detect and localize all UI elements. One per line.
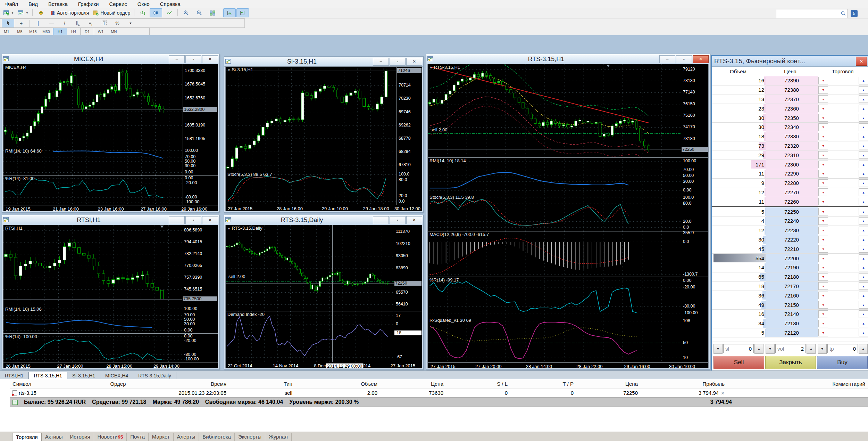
minimize-icon[interactable]: – [169, 55, 185, 63]
chart-panel-si-0[interactable]: ▼ Si-3.15,H17071470230697466926268778682… [226, 67, 422, 171]
chart-panel-micex-2[interactable]: %R(14) -81.000.00-20.00-80.00-100.00 [3, 175, 218, 205]
price-scale[interactable]: 1700.33301676.50451652.67601605.01901581… [183, 64, 218, 148]
buy-at-72130-icon[interactable]: ▴ [859, 320, 868, 327]
sell-at-72200-icon[interactable]: ▾ [818, 254, 828, 262]
sell-at-72390-icon[interactable]: ▾ [818, 77, 828, 84]
chart-tab-Si-3.15,H1[interactable]: Si-3.15,H1 [67, 372, 100, 379]
timeframe-MN[interactable]: MN [107, 28, 120, 35]
dom-price[interactable]: 72220 [766, 235, 818, 244]
buy-at-72220-icon[interactable]: ▴ [859, 236, 868, 243]
chart-body-si[interactable]: ▼ Si-3.15,H17071470230697466926268778682… [225, 66, 422, 211]
chart-panel-rts-0[interactable]: ▼ RTS-3.15,H1sell 2.00791207813077140761… [428, 64, 708, 158]
line-chart-button[interactable] [163, 8, 175, 17]
chart-window-daily[interactable]: RTS-3.15,Daily – ▫ ✕ ▼ RTS-3.15,Dailysel… [224, 215, 424, 370]
menu-item-2[interactable]: Вставка [43, 1, 73, 7]
bars-chart-button[interactable] [136, 8, 149, 17]
chart-tab-RTSI,H1[interactable]: RTSI,H1 [0, 372, 28, 379]
timeframe-H4[interactable]: H4 [67, 28, 80, 35]
toolbox-tab-Активы[interactable]: Активы [42, 433, 67, 441]
buy-at-72230-icon[interactable]: ▴ [859, 227, 868, 234]
sell-at-72160-icon[interactable]: ▾ [818, 292, 828, 299]
window-title-bar[interactable]: RTSI,H1 – ▫ ✕ [2, 215, 219, 225]
toolbox-tab-Библиотека[interactable]: Библиотека [199, 433, 235, 441]
profiles-dropdown-icon[interactable]: ▼ [26, 11, 28, 15]
sell-at-72240-icon[interactable]: ▾ [818, 217, 828, 225]
buy-at-72140-icon[interactable]: ▴ [859, 310, 868, 318]
buy-at-72350-icon[interactable]: ▴ [859, 114, 868, 122]
trade-col-3[interactable]: Тип [229, 379, 295, 389]
buy-at-72250-icon[interactable]: ▴ [859, 208, 868, 215]
sell-at-72350-icon[interactable]: ▾ [818, 114, 828, 122]
menu-item-3[interactable]: Графики [73, 1, 104, 7]
minimize-icon[interactable]: – [659, 55, 675, 63]
maximize-icon[interactable]: ▫ [390, 216, 406, 224]
toolbox-tab-Почта[interactable]: Почта [127, 433, 149, 441]
sell-at-72220-icon[interactable]: ▾ [818, 236, 828, 243]
price-scale[interactable]: 100.080.020.00.0 [397, 171, 422, 205]
shapes-tool-button[interactable]: % [111, 19, 124, 28]
buy-at-72180-icon[interactable]: ▴ [859, 273, 868, 281]
vol-down-icon[interactable]: ▼ [766, 344, 775, 354]
chart-body-rtsi[interactable]: RTSI,H1806.5890794.4015782.2140770.02657… [3, 225, 218, 368]
sell-at-72340-icon[interactable]: ▾ [818, 123, 828, 131]
dom-price[interactable]: 72150 [766, 300, 818, 309]
sell-at-72270-icon[interactable]: ▾ [818, 188, 828, 196]
tp-down-icon[interactable]: ▼ [818, 344, 827, 354]
menu-item-0[interactable]: Файл [0, 1, 23, 7]
trade-col-2[interactable]: Время [146, 379, 229, 389]
menu-item-6[interactable]: Справка [155, 1, 186, 7]
dom-price[interactable]: 72140 [766, 310, 818, 319]
autotrading-button[interactable]: Авто-торговля [48, 8, 91, 17]
chart-panel-rts-4[interactable]: %R(14) -99.170.00-20.00-80.00-100.00 [428, 277, 708, 317]
dom-price[interactable]: 72370 [766, 95, 818, 104]
time-axis[interactable]: 19 Jan 201521 Jan 16:0023 Jan 16:0027 Ja… [3, 205, 218, 211]
price-scale[interactable]: 100.0070.0050.0030.000.00 [182, 306, 218, 333]
buy-button[interactable]: Buy [817, 356, 868, 369]
new-chart-dropdown-icon[interactable]: ▼ [11, 11, 14, 15]
chart-window-si[interactable]: Si-3.15,H1 – ▫ ✕ ▼ Si-3.15,H170714702306… [224, 56, 424, 213]
chart-panel-si-1[interactable]: Stoch(5,3,3) 88.5 63.7100.080.020.00.0 [226, 171, 422, 205]
sell-at-72150-icon[interactable]: ▾ [818, 301, 828, 309]
chart-panel-micex-0[interactable]: MICEX,H41700.33301676.50451652.67601605.… [3, 64, 218, 148]
tp-value[interactable]: 0 [834, 346, 856, 352]
chart-window-rtsi[interactable]: RTSI,H1 – ▫ ✕ RTSI,H1806.5890794.4015782… [2, 215, 219, 370]
window-title-bar[interactable]: RTS-3.15,Daily – ▫ ✕ [224, 215, 423, 225]
chart-panel-micex-1[interactable]: RMI(14, 10) 64.60100.0070.0050.0030.000.… [3, 148, 218, 175]
price-scale[interactable]: 1085010 [681, 317, 708, 362]
buy-at-72150-icon[interactable]: ▴ [859, 301, 868, 309]
trade-col-0[interactable]: Символ [10, 379, 90, 389]
chart-panel-rts-2[interactable]: Stoch(5,3,3) 11.5 39.8100.080.020.00.0 [428, 194, 708, 231]
dom-price[interactable]: 72330 [766, 132, 818, 141]
sell-at-72300-icon[interactable]: ▾ [818, 161, 828, 168]
close-icon[interactable]: ✕ [202, 216, 218, 224]
trade-col-7[interactable]: T / P [510, 379, 576, 389]
trade-col-6[interactable]: S / L [446, 379, 510, 389]
buy-at-72270-icon[interactable]: ▴ [859, 188, 868, 196]
buy-at-72370-icon[interactable]: ▴ [859, 95, 868, 103]
crosshair-tool-button[interactable]: + [15, 19, 27, 28]
sell-at-72140-icon[interactable]: ▾ [818, 310, 828, 318]
dom-price[interactable]: 72270 [766, 188, 818, 197]
timeframe-H1[interactable]: H1 [53, 28, 67, 35]
minimize-icon[interactable]: – [373, 216, 389, 224]
hline-tool-button[interactable]: — [45, 19, 58, 28]
dom-price[interactable]: 72290 [766, 169, 818, 178]
auto-scroll-button[interactable] [223, 8, 236, 17]
dom-price[interactable]: 72280 [766, 179, 818, 188]
dropdown-tool-button[interactable]: ▼ [124, 19, 137, 28]
sell-at-72330-icon[interactable]: ▾ [818, 133, 828, 140]
menu-item-1[interactable]: Вид [23, 1, 43, 7]
close-icon[interactable]: ✕ [693, 55, 709, 63]
toolbox-tab-Маркет[interactable]: Маркет [149, 433, 174, 441]
buy-at-72260-icon[interactable]: ▴ [859, 198, 868, 205]
candles-chart-button[interactable] [150, 8, 162, 17]
dom-price[interactable]: 72160 [766, 291, 818, 300]
close-icon[interactable]: ✕ [406, 216, 422, 224]
chart-panel-rtsi-2[interactable]: %R(14) -100.000.00-20.00-80.00-100.00 [3, 334, 218, 362]
dom-price[interactable]: 72320 [766, 141, 818, 150]
equidistant-channel-tool-button[interactable]: ∥E [72, 19, 84, 28]
buy-at-72160-icon[interactable]: ▴ [859, 292, 868, 299]
maximize-icon[interactable]: ▫ [390, 58, 406, 66]
buy-at-72310-icon[interactable]: ▴ [859, 151, 868, 159]
chart-panel-rts-5[interactable]: R-Squared_v1 30 691085010 [428, 317, 708, 363]
